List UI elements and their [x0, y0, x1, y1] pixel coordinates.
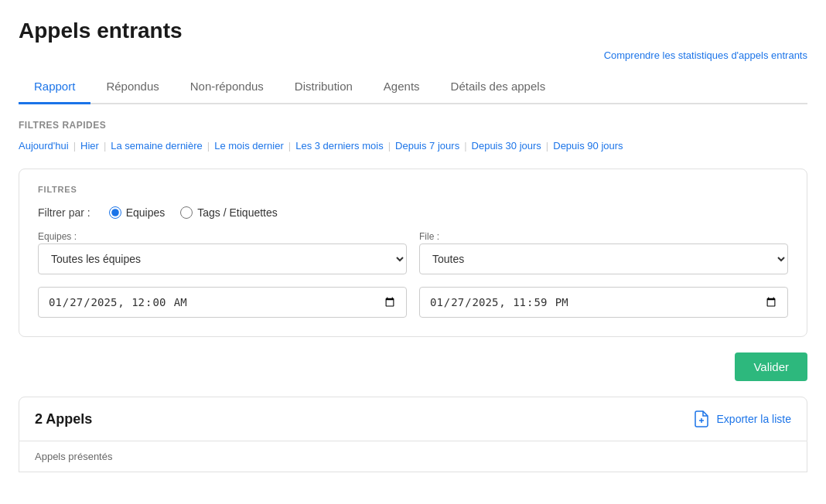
- filters-title: FILTRES: [38, 185, 788, 194]
- quick-filter-last-3-months[interactable]: Les 3 derniers mois: [295, 138, 383, 153]
- quick-filter-today[interactable]: Aujourd'hui: [19, 138, 69, 153]
- radio-tags-input[interactable]: [180, 206, 193, 219]
- sep-5: |: [388, 140, 391, 152]
- sep-6: |: [464, 140, 466, 152]
- tabs-nav: Rapport Répondus Non-répondus Distributi…: [19, 70, 807, 104]
- date-end-group: [419, 287, 788, 318]
- table-header: Appels présentés: [19, 441, 807, 472]
- quick-filter-last-30-days[interactable]: Depuis 30 jours: [472, 138, 541, 153]
- tab-non-repondus[interactable]: Non-répondus: [175, 70, 279, 104]
- filter-radio-group: Equipes Tags / Etiquettes: [109, 206, 278, 219]
- help-link-row: Comprendre les statistiques d'appels ent…: [19, 49, 807, 61]
- validate-row: Valider: [19, 352, 807, 381]
- quick-filter-last-month[interactable]: Le mois dernier: [214, 138, 284, 153]
- tab-agents[interactable]: Agents: [368, 70, 435, 104]
- tab-repondus[interactable]: Répondus: [90, 70, 174, 104]
- page-title: Appels entrants: [19, 19, 807, 43]
- export-pdf-icon: [692, 410, 711, 428]
- sep-1: |: [73, 140, 76, 152]
- equipes-select-label: Equipes :: [38, 231, 407, 242]
- sep-4: |: [288, 140, 291, 152]
- filter-by-label: Filtrer par :: [38, 206, 90, 219]
- radio-tags-label: Tags / Etiquettes: [197, 206, 278, 219]
- date-start-input[interactable]: [38, 287, 407, 318]
- equipes-select[interactable]: Toutes les équipes: [38, 243, 407, 274]
- selects-row: Equipes : Toutes les équipes File : Tout…: [38, 231, 788, 274]
- export-link[interactable]: Exporter la liste: [692, 410, 791, 428]
- radio-tags[interactable]: Tags / Etiquettes: [180, 206, 278, 219]
- sep-2: |: [104, 140, 106, 152]
- results-bar: 2 Appels Exporter la liste: [19, 397, 807, 441]
- tab-details[interactable]: Détails des appels: [435, 70, 561, 104]
- quick-filter-last-7-days[interactable]: Depuis 7 jours: [395, 138, 459, 153]
- quick-filters-label: FILTRES RAPIDES: [19, 120, 807, 131]
- equipes-select-group: Equipes : Toutes les équipes: [38, 231, 407, 274]
- quick-filter-last-90-days[interactable]: Depuis 90 jours: [553, 138, 623, 153]
- quick-filter-yesterday[interactable]: Hier: [80, 138, 99, 153]
- file-select-label: File :: [419, 231, 788, 242]
- help-link[interactable]: Comprendre les statistiques d'appels ent…: [604, 49, 807, 61]
- radio-equipes[interactable]: Equipes: [109, 206, 166, 219]
- results-count: 2 Appels: [35, 411, 92, 427]
- quick-filter-last-week[interactable]: La semaine dernière: [111, 138, 203, 153]
- validate-button[interactable]: Valider: [735, 352, 807, 381]
- tab-rapport[interactable]: Rapport: [19, 70, 90, 104]
- file-select[interactable]: Toutes: [419, 243, 788, 274]
- filters-box: FILTRES Filtrer par : Equipes Tags / Eti…: [19, 169, 807, 337]
- filter-by-row: Filtrer par : Equipes Tags / Etiquettes: [38, 206, 788, 219]
- date-row: [38, 287, 788, 318]
- radio-equipes-label: Equipes: [126, 206, 166, 219]
- date-end-input[interactable]: [419, 287, 788, 318]
- tab-distribution[interactable]: Distribution: [279, 70, 368, 104]
- export-label: Exporter la liste: [717, 413, 791, 425]
- quick-filters: Aujourd'hui | Hier | La semaine dernière…: [19, 138, 807, 153]
- table-col-appels: Appels présentés: [35, 451, 112, 462]
- sep-3: |: [207, 140, 210, 152]
- file-select-group: File : Toutes: [419, 231, 788, 274]
- radio-equipes-input[interactable]: [109, 206, 121, 219]
- date-start-group: [38, 287, 407, 318]
- sep-7: |: [546, 140, 548, 152]
